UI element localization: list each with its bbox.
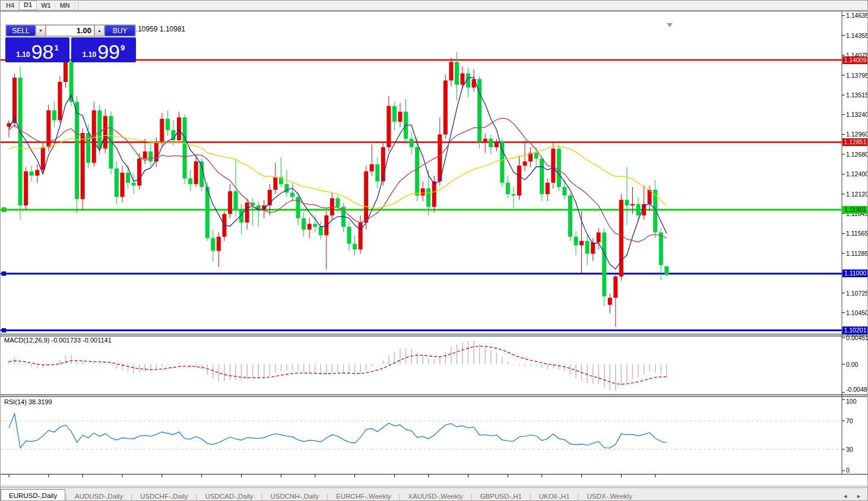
sell-price-prefix: 1.10 [16,50,30,59]
timeframe-button-h4[interactable]: H4 [2,1,19,10]
mt4-window: H4D1W1MN ▲EURUSD-,Daily 1.11103 1.11107 … [0,0,868,501]
timeframe-button-mn[interactable]: MN [56,1,75,10]
rsi-tick-label: 70 [846,417,853,424]
rsi-label: RSI(14) 38.3199 [4,398,52,405]
volume-increase-button[interactable]: ▲ [94,25,104,36]
volume-decrease-button[interactable]: ▼ [36,25,46,36]
price-tick-label: 1.14635 [846,12,868,19]
chart-window[interactable]: ▲EURUSD-,Daily 1.11103 1.11107 1.10959 1… [1,11,868,487]
volume-input[interactable]: 1.00 [46,25,94,36]
macd-tick-label: 0.00 [846,361,858,368]
rsi-tick-label: 0 [846,467,850,474]
price-level-badge: 1.11000 [842,269,868,277]
line-drag-handle [2,271,6,275]
toolbar-separator [75,1,78,10]
tab-scroll-right-button[interactable]: ► [856,493,861,499]
sell-price-display: 1.10981 [5,37,69,62]
timeframe-button-d1[interactable]: D1 [19,1,37,10]
price-tick-label: 1.14355 [846,32,868,39]
macd-label: MACD(12,26,9) -0.001733 -0.001141 [4,337,112,344]
price-tick-label: 1.13240 [846,111,868,118]
price-tick-label: 1.13795 [846,72,868,79]
chart-shift-icon [667,23,673,27]
chart-tab-eurusd-daily[interactable]: EURUSD-,Daily [1,489,65,501]
line-drag-handle [2,328,6,332]
price-level-badge: 1.12851 [842,138,868,146]
chart-tab-usdchf-daily[interactable]: USDCHF-,Daily [132,490,196,501]
rsi-tick-label: 100 [846,398,857,405]
buy-button[interactable]: BUY [104,25,135,36]
chart-tab-ukoil-h1[interactable]: UKOil-,H1 [531,490,578,501]
buy-price-big: 99 [97,43,120,61]
price-tick-label: 1.11565 [846,230,868,237]
macd-tick-label: -0.004806 [846,386,868,393]
buy-price-prefix: 1.10 [83,50,96,59]
timeframe-button-w1[interactable]: W1 [37,1,56,10]
price-tick-label: 1.12680 [846,151,868,158]
price-level-badge: 1.14009 [842,56,868,64]
tab-scroll-arrows: ◄► [835,490,868,501]
price-tick-label: 1.11285 [846,250,868,257]
chart-tab-usdx-weekly[interactable]: USDX-,Weekly [579,490,639,501]
sell-button[interactable]: SELL [6,25,36,36]
buy-price-display: 1.10999 [71,37,136,62]
chart-tab-bar: EURUSD-,Daily|AUDUSD-,Daily|USDCHF-,Dail… [1,487,868,501]
chart-tab-usdcad-daily[interactable]: USDCAD-,Daily [197,490,261,501]
price-tick-label: 1.12120 [846,191,868,198]
tab-scroll-left-button[interactable]: ◄ [842,493,848,499]
price-tick-label: 1.13515 [846,91,868,99]
one-click-trading-panel: SELL ▼ 1.00 ▲ BUY 1.10981 1.10999 [5,24,136,63]
buy-price-pip: 9 [121,43,125,52]
macd-tick-label: 0.004517 [846,334,868,341]
chart-tab-usdcnh-daily[interactable]: USDCNH-,Daily [262,490,327,501]
rsi-tick-label: 30 [846,446,853,453]
price-tick-label: 1.10450 [846,309,868,316]
chart-tab-gbpusd-h1[interactable]: GBPUSD-,H1 [473,490,530,501]
chart-tab-eurchf-weekly[interactable]: EURCHF-,Weekly [328,490,398,501]
price-level-badge: 1.10201 [842,326,868,334]
trade-panel-controls: SELL ▼ 1.00 ▲ BUY [5,24,136,37]
price-tick-label: 1.12960 [846,131,868,138]
line-drag-handle [2,208,6,212]
chart-tab-xauusd-weekly[interactable]: XAUUSD-,Weekly [400,490,470,501]
chart-tab-audusd-daily[interactable]: AUDUSD-,Daily [67,490,131,501]
price-tick-label: 1.12400 [846,170,868,177]
timeframe-toolbar: H4D1W1MN [1,1,868,11]
price-level-badge: 1.11901 [842,206,868,214]
price-tick-label: 1.10725 [846,290,868,297]
price-chart-canvas[interactable] [1,11,868,487]
sell-price-pip: 1 [54,43,58,52]
sell-price-big: 98 [31,43,54,61]
